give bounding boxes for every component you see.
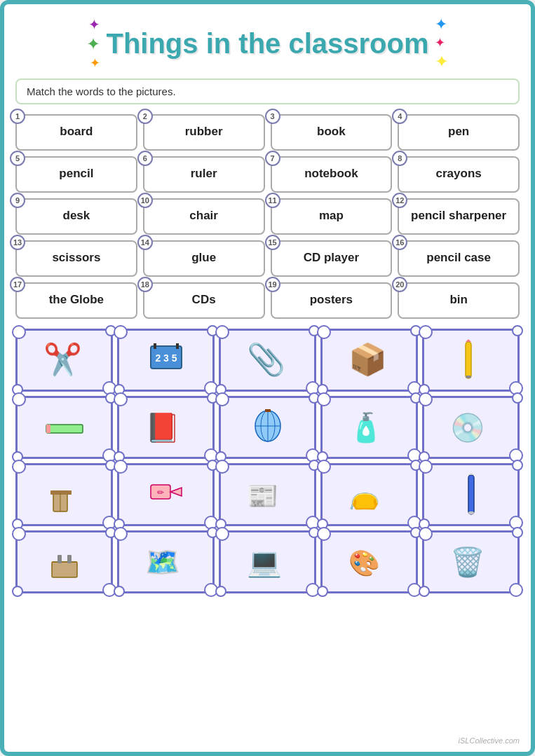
word-label: pencil bbox=[59, 167, 93, 181]
picture-cell-pencil bbox=[422, 329, 520, 392]
word-number: 4 bbox=[392, 109, 407, 124]
word-item: 20 bin bbox=[398, 282, 520, 319]
star-green: ✦ bbox=[86, 34, 100, 54]
svg-rect-10 bbox=[46, 425, 83, 433]
picture-cell-globe bbox=[219, 396, 316, 459]
corner-bl bbox=[12, 586, 23, 597]
word-label: scissors bbox=[52, 251, 100, 265]
picture-cell-cdplayer: 💻 bbox=[219, 530, 316, 593]
svg-marker-8 bbox=[466, 339, 471, 342]
word-number: 1 bbox=[10, 109, 25, 124]
picture-cell-pen bbox=[422, 463, 520, 526]
corner-bl bbox=[419, 586, 430, 597]
svg-rect-30 bbox=[468, 511, 474, 514]
word-item: 2 rubber bbox=[143, 114, 265, 151]
svg-text:💿: 💿 bbox=[450, 411, 485, 444]
corner-tr bbox=[512, 392, 523, 404]
word-number: 11 bbox=[265, 193, 280, 208]
svg-text:2 3 5: 2 3 5 bbox=[155, 352, 177, 364]
picture-globe bbox=[239, 399, 297, 456]
word-label: ruler bbox=[191, 167, 217, 181]
instruction-box: Match the words to the pictures. bbox=[15, 78, 520, 104]
svg-rect-34 bbox=[67, 555, 72, 563]
picture-rubber: ✏ bbox=[137, 466, 195, 523]
instruction-text: Match the words to the pictures. bbox=[27, 85, 176, 97]
svg-text:✂️: ✂️ bbox=[43, 341, 82, 378]
word-item: 7 notebook bbox=[271, 156, 393, 193]
word-label: rubber bbox=[185, 125, 223, 139]
word-number: 8 bbox=[392, 151, 407, 166]
word-number: 14 bbox=[137, 235, 153, 250]
word-number: 6 bbox=[137, 151, 153, 166]
word-label: desk bbox=[63, 209, 90, 223]
picture-pencilcase: 👝 bbox=[341, 466, 398, 523]
svg-rect-21 bbox=[50, 490, 72, 495]
picture-cell-glue: 🧴 bbox=[320, 396, 418, 459]
picture-crayons: 🎨 bbox=[341, 533, 398, 591]
picture-cell-chair bbox=[15, 463, 113, 526]
picture-cell-rubber: ✏ bbox=[117, 463, 215, 526]
svg-text:📕: 📕 bbox=[145, 411, 180, 444]
picture-cell-scissors: ✂️ bbox=[15, 329, 113, 392]
picture-cell-clip: 📎 bbox=[219, 329, 316, 392]
svg-text:📰: 📰 bbox=[247, 481, 278, 511]
corner-bl bbox=[114, 586, 125, 597]
picture-poster: 📰 bbox=[239, 466, 297, 523]
word-item: 16 pencil case bbox=[398, 240, 520, 277]
picture-cdplayer: 💻 bbox=[239, 533, 297, 591]
star-purple: ✦ bbox=[88, 16, 100, 33]
svg-rect-3 bbox=[176, 343, 179, 349]
svg-rect-2 bbox=[154, 343, 156, 349]
svg-marker-29 bbox=[468, 474, 474, 475]
word-number: 13 bbox=[10, 235, 25, 250]
svg-text:✏: ✏ bbox=[157, 488, 164, 497]
corner-tr bbox=[512, 460, 523, 471]
word-number: 19 bbox=[265, 277, 280, 292]
pictures-area: ✂️ 2 3 5 📎 📦 📕 🧴 💿 bbox=[15, 329, 520, 593]
word-number: 9 bbox=[10, 193, 25, 208]
word-item: 10 chair bbox=[143, 198, 265, 235]
star-pink: ✦ bbox=[435, 35, 445, 50]
word-item: 5 pencil bbox=[15, 156, 137, 193]
picture-ruler bbox=[36, 399, 93, 456]
picture-cell-crayons: 🎨 bbox=[320, 530, 418, 593]
word-label: crayons bbox=[436, 167, 482, 181]
picture-cell-map: 🗺️ bbox=[117, 530, 215, 593]
words-grid: 1 board 2 rubber 3 book 4 pen 5 pencil 6… bbox=[15, 114, 520, 319]
picture-map: 🗺️ bbox=[137, 533, 195, 591]
word-number: 17 bbox=[10, 277, 25, 292]
word-label: map bbox=[319, 209, 344, 223]
word-item: 15 CD player bbox=[271, 240, 393, 277]
picture-desk bbox=[36, 533, 93, 591]
picture-cell-ruler bbox=[15, 396, 113, 459]
picture-board: 2 3 5 bbox=[137, 331, 195, 389]
page-title: Things in the classroom bbox=[106, 28, 428, 60]
corner-tr bbox=[512, 325, 523, 336]
picture-scissors: ✂️ bbox=[36, 331, 93, 389]
picture-cell-book: 📕 bbox=[117, 396, 215, 459]
svg-rect-33 bbox=[57, 555, 62, 563]
word-number: 5 bbox=[10, 151, 25, 166]
title-row: ✦ ✦ ✦ Things in the classroom ✦ ✦ ✦ bbox=[15, 15, 520, 71]
picture-cd: 💿 bbox=[442, 399, 500, 456]
watermark: iSLCollective.com bbox=[459, 736, 520, 745]
word-label: notebook bbox=[304, 167, 358, 181]
picture-pen bbox=[442, 466, 500, 523]
word-item: 19 posters bbox=[271, 282, 393, 319]
svg-text:💻: 💻 bbox=[247, 545, 282, 579]
word-item: 18 CDs bbox=[143, 282, 265, 319]
word-item: 3 book bbox=[271, 114, 393, 151]
picture-box: 📦 bbox=[341, 331, 398, 389]
picture-bin: 🗑️ bbox=[442, 533, 500, 591]
word-number: 2 bbox=[137, 109, 153, 124]
word-item: 17 the Globe bbox=[15, 282, 137, 319]
star-blue: ✦ bbox=[435, 15, 447, 34]
picture-cell-box: 📦 bbox=[320, 329, 418, 392]
word-item: 14 glue bbox=[143, 240, 265, 277]
star-yellow: ✦ bbox=[435, 52, 449, 71]
word-item: 12 pencil sharpener bbox=[398, 198, 520, 235]
svg-text:📎: 📎 bbox=[247, 341, 285, 378]
word-number: 3 bbox=[265, 109, 280, 124]
word-label: CD player bbox=[304, 251, 359, 265]
word-label: chair bbox=[189, 209, 218, 223]
